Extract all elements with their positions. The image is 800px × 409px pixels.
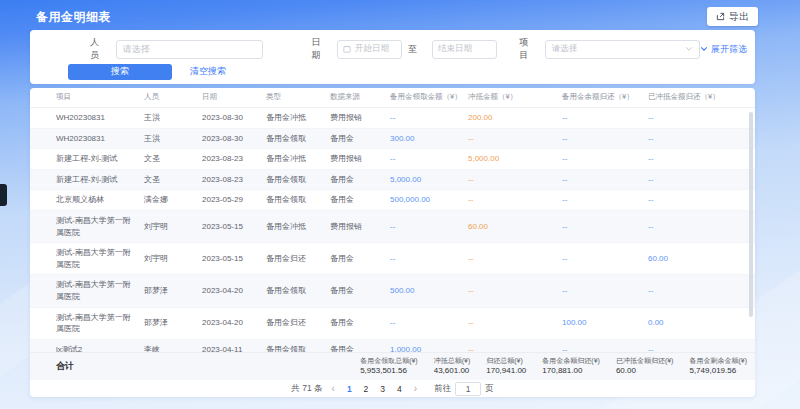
drawer-handle[interactable] [0, 184, 7, 206]
table-row[interactable]: 测试-南昌大学第一附属医院刘宇明2023-05-15备用金冲抵费用报销--60.… [30, 211, 755, 243]
cell-offset-return: -- [648, 217, 740, 237]
prev-page-button[interactable]: ‹ [330, 384, 337, 394]
cell-source: 备用金 [330, 249, 390, 269]
project-placeholder: 请选择 [552, 43, 578, 55]
filter-actions: 搜索 清空搜索 [30, 63, 226, 80]
date-range-separator: 至 [408, 43, 417, 56]
table-row[interactable]: WH20230831王洪2023-08-30备用金领取备用金300.00----… [30, 129, 755, 150]
column-header: 数据来源 [330, 88, 390, 107]
cell-offset: -- [468, 170, 562, 190]
cell-type: 备用金领取 [266, 340, 330, 352]
export-button[interactable]: 导出 [707, 7, 758, 26]
chevron-down-icon [700, 46, 708, 52]
pagination-bar: 共 71 条 ‹ 1234 › 前往 页 [30, 380, 755, 397]
summary-item: 备用金领取总额(¥)5,953,501.56 [360, 356, 418, 376]
cell-offset-return: -- [648, 190, 740, 210]
cell-project: 新建工程-刘-测试 [56, 170, 144, 190]
cell-balance-return: -- [562, 217, 648, 237]
person-input[interactable] [116, 40, 264, 59]
column-header: 日期 [202, 88, 266, 107]
cell-project: WH20230831 [56, 129, 144, 149]
summary-item: 归还总额(¥)170,941.00 [486, 356, 526, 376]
table-row[interactable]: 新建工程-刘-测试文圣2023-08-23备用金领取备用金5,000.00---… [30, 170, 755, 191]
cell-date: 2023-08-30 [202, 108, 266, 128]
cell-received: 500,000.00 [390, 190, 468, 210]
cell-project: lx测试2 [56, 340, 144, 352]
cell-offset: -- [468, 281, 562, 301]
cell-source: 备用金 [330, 190, 390, 210]
next-page-button[interactable]: › [412, 384, 419, 394]
column-header: 备用金余额归还（¥） [562, 88, 648, 107]
pagination-total: 共 71 条 [291, 383, 322, 395]
summary-item-label: 冲抵总额(¥) [434, 356, 471, 365]
cell-offset-return: 0.00 [648, 313, 740, 333]
page-number-list: 1234 [344, 384, 405, 394]
search-button[interactable]: 搜索 [68, 64, 172, 80]
cell-date: 2023-04-20 [202, 281, 266, 301]
cell-type: 备用金冲抵 [266, 217, 330, 237]
cell-received: -- [390, 108, 468, 128]
date-start-input[interactable]: 开始日期 [337, 40, 402, 59]
summary-item-value: 60.00 [616, 366, 674, 377]
date-start-placeholder: 开始日期 [355, 43, 389, 55]
cell-balance-return: -- [562, 108, 648, 128]
column-header: 类型 [266, 88, 330, 107]
table-row[interactable]: 测试-南昌大学第一附属医院邵梦泽2023-04-20备用金归还备用金----10… [30, 308, 755, 340]
clear-search-link[interactable]: 清空搜索 [190, 65, 226, 78]
cell-type: 备用金领取 [266, 281, 330, 301]
scrollbar-thumb[interactable] [749, 112, 753, 317]
table-scrollbar[interactable] [749, 112, 753, 348]
expand-filter-link[interactable]: 展开筛选 [700, 43, 747, 56]
cell-person: 邵梦泽 [144, 281, 202, 301]
table-row[interactable]: 测试-南昌大学第一附属医院刘宇明2023-05-15备用金归还备用金------… [30, 243, 755, 275]
page-number-3[interactable]: 3 [377, 384, 388, 394]
cell-person: 满金娜 [144, 190, 202, 210]
cell-received: -- [390, 313, 468, 333]
calendar-icon [343, 45, 351, 53]
cell-date: 2023-08-23 [202, 149, 266, 169]
cell-date: 2023-04-20 [202, 313, 266, 333]
project-select[interactable]: 请选择 [545, 40, 700, 59]
table-card: 项目人员日期类型数据来源备用金领取金额（¥）冲抵金额（¥）备用金余额归还（¥）已… [30, 88, 755, 397]
table-row[interactable]: WH20230831王洪2023-08-30备用金冲抵费用报销--200.00-… [30, 108, 755, 129]
cell-offset: -- [468, 129, 562, 149]
cell-balance-return: 100.00 [562, 313, 648, 333]
cell-source: 费用报销 [330, 108, 390, 128]
cell-type: 备用金冲抵 [266, 149, 330, 169]
cell-balance-return: -- [562, 190, 648, 210]
cell-received: 5,000.00 [390, 170, 468, 190]
cell-source: 备用金 [330, 281, 390, 301]
page-number-4[interactable]: 4 [394, 384, 405, 394]
date-end-placeholder: 结束日期 [438, 43, 472, 55]
page-number-2[interactable]: 2 [361, 384, 372, 394]
page-unit-label: 页 [485, 383, 494, 395]
table-row[interactable]: 测试-南昌大学第一附属医院邵梦泽2023-04-20备用金领取备用金500.00… [30, 275, 755, 307]
cell-date: 2023-08-23 [202, 170, 266, 190]
table-row[interactable]: 新建工程-刘-测试文圣2023-08-23备用金冲抵费用报销--5,000.00… [30, 149, 755, 170]
cell-offset: -- [468, 190, 562, 210]
column-header: 冲抵金额（¥） [468, 88, 562, 107]
person-label: 人员 [90, 36, 107, 62]
table-row[interactable]: 北京顺义杨林满金娜2023-05-29备用金领取备用金500,000.00---… [30, 190, 755, 211]
cell-offset-return: -- [648, 340, 740, 352]
goto-page-input[interactable] [455, 382, 481, 396]
cell-offset-return: -- [648, 108, 740, 128]
summary-total-label: 合计 [56, 360, 74, 373]
summary-item: 备用金剩余金额(¥)5,749,019.56 [689, 356, 747, 376]
cell-person: 文圣 [144, 170, 202, 190]
cell-received: -- [390, 149, 468, 169]
table-body: WH20230831王洪2023-08-30备用金冲抵费用报销--200.00-… [30, 108, 755, 352]
table-row[interactable]: lx测试2李峡2023-04-11备用金领取备用金1,000.00------ [30, 340, 755, 352]
cell-offset: -- [468, 249, 562, 269]
page-number-1[interactable]: 1 [344, 384, 355, 394]
cell-source: 备用金 [330, 340, 390, 352]
summary-item: 备用金余额归还(¥)170,881.00 [542, 356, 600, 376]
cell-offset: 60.00 [468, 217, 562, 237]
table-header-row: 项目人员日期类型数据来源备用金领取金额（¥）冲抵金额（¥）备用金余额归还（¥）已… [30, 88, 755, 108]
cell-date: 2023-08-30 [202, 129, 266, 149]
cell-project: 测试-南昌大学第一附属医院 [56, 275, 144, 306]
cell-date: 2023-05-15 [202, 249, 266, 269]
cell-balance-return: -- [562, 249, 648, 269]
cell-source: 费用报销 [330, 149, 390, 169]
date-end-input[interactable]: 结束日期 [432, 40, 497, 59]
